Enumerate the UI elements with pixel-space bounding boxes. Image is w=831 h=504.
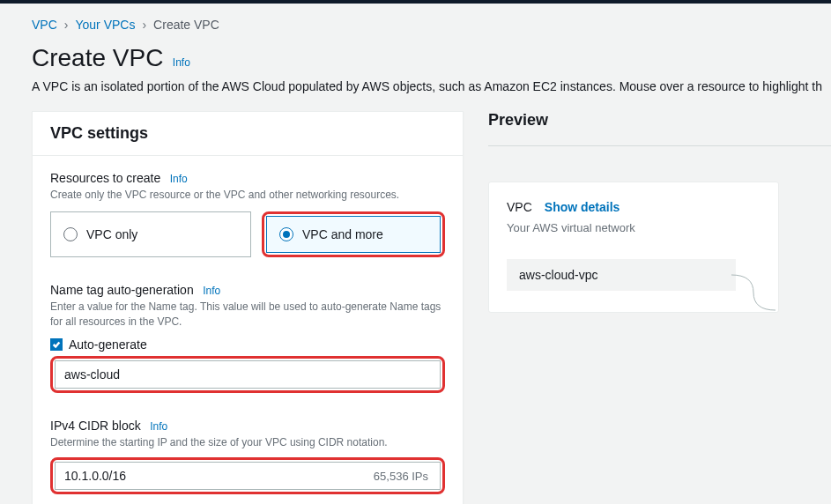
radio-icon — [279, 227, 293, 241]
name-tag-hint: Enter a value for the Name tag. This val… — [50, 300, 445, 330]
resources-hint: Create only the VPC resource or the VPC … — [50, 188, 445, 203]
ipv4-cidr-input[interactable] — [55, 462, 441, 490]
breadcrumb-current: Create VPC — [153, 18, 219, 32]
ipv4-cidr-info-link[interactable]: Info — [150, 420, 167, 433]
vpc-settings-title: VPC settings — [50, 124, 445, 143]
preview-vpc-card: VPC Show details Your AWS virtual networ… — [488, 182, 779, 313]
preview-vpc-node[interactable]: aws-cloud-vpc — [507, 259, 736, 291]
resources-info-link[interactable]: Info — [170, 173, 188, 185]
radio-vpc-and-more-label: VPC and more — [302, 227, 383, 241]
preview-vpc-sub: Your AWS virtual network — [507, 221, 761, 234]
radio-vpc-only-label: VPC only — [86, 227, 137, 241]
vpc-settings-card: VPC settings Resources to create Info Cr… — [32, 111, 464, 504]
chevron-right-icon: › — [142, 18, 146, 32]
radio-vpc-only[interactable]: VPC only — [50, 211, 251, 257]
title-info-link[interactable]: Info — [173, 56, 190, 69]
auto-generate-label: Auto-generate — [69, 337, 147, 352]
name-tag-label: Name tag auto-generation — [50, 283, 194, 297]
preview-node-name: aws-cloud-vpc — [519, 268, 597, 282]
ipv4-cidr-label: IPv4 CIDR block — [50, 419, 141, 433]
chevron-right-icon: › — [64, 18, 69, 32]
show-details-link[interactable]: Show details — [545, 200, 620, 214]
auto-generate-checkbox[interactable] — [50, 338, 63, 351]
breadcrumb-your-vpcs[interactable]: Your VPCs — [75, 18, 135, 32]
page-title: Create VPC — [32, 44, 163, 72]
page-subtitle: A VPC is an isolated portion of the AWS … — [32, 79, 831, 93]
name-tag-input[interactable] — [55, 360, 441, 389]
ipv4-cidr-hint: Determine the starting IP and the size o… — [50, 435, 445, 450]
resources-to-create-label: Resources to create — [50, 171, 160, 185]
connector-icon — [731, 275, 775, 310]
preview-title: Preview — [488, 111, 831, 130]
breadcrumb-vpc[interactable]: VPC — [32, 18, 57, 32]
breadcrumb: VPC › Your VPCs › Create VPC — [32, 18, 831, 32]
radio-icon — [63, 227, 78, 241]
name-tag-info-link[interactable]: Info — [203, 285, 220, 297]
radio-vpc-and-more[interactable]: VPC and more — [266, 216, 441, 253]
preview-vpc-label: VPC — [507, 200, 532, 214]
